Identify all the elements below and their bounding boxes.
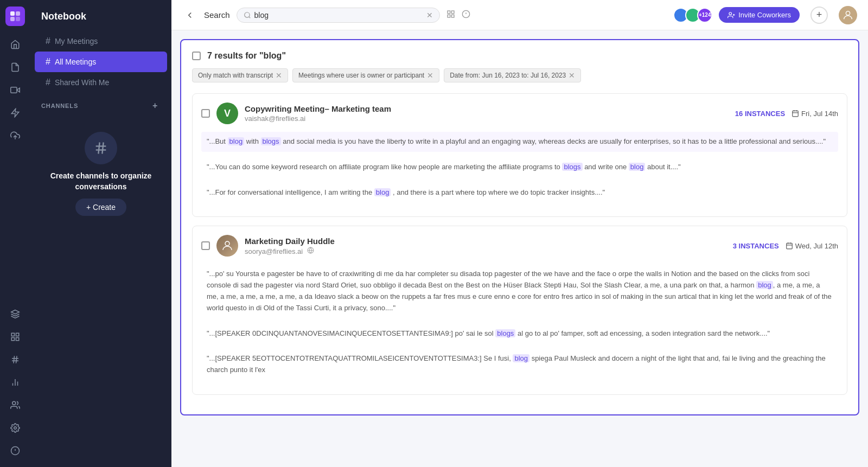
settings-icon[interactable] — [5, 418, 25, 438]
avatar-count: +124 — [697, 8, 712, 23]
svg-marker-4 — [17, 88, 20, 92]
svg-rect-2 — [10, 17, 15, 21]
svg-line-16 — [16, 356, 17, 363]
hash-icon-shared: # — [46, 78, 50, 87]
filter-date: Date from: Jun 16, 2023 to: Jul 16, 2023… — [444, 68, 581, 82]
chart-icon[interactable] — [5, 373, 25, 392]
meeting-1-checkbox[interactable] — [201, 109, 210, 118]
keyword-blogs-2: blogs — [562, 163, 582, 171]
sidebar-item-label: Shared With Me — [55, 78, 109, 87]
channels-label: CHANNELS — [41, 103, 78, 109]
meeting-1-info: Copywriting Meeting– Marketing team vais… — [245, 104, 729, 123]
keyword-blogs: blogs — [261, 137, 281, 145]
results-panel: 7 results for "blog" Only match with tra… — [180, 39, 859, 415]
excerpt-1-1: "...But blog with blogs and social media… — [201, 132, 838, 152]
info-icon[interactable] — [5, 441, 25, 460]
keyword-blog: blog — [228, 137, 245, 145]
remove-transcript-filter[interactable]: ✕ — [276, 71, 282, 80]
topbar-search-label: Search — [204, 10, 230, 20]
svg-line-28 — [102, 143, 103, 154]
icon-rail — [0, 0, 30, 467]
sidebar-item-my-meetings[interactable]: # My Meetings — [35, 31, 167, 52]
user-avatar[interactable] — [839, 6, 857, 24]
notes-icon[interactable] — [5, 57, 25, 77]
calendar-icon-1 — [792, 110, 799, 117]
meeting-2-email: soorya@fireflies.ai — [245, 247, 726, 255]
filter-transcript-label: Only match with transcript — [198, 72, 273, 79]
video-icon[interactable] — [5, 80, 25, 100]
excerpt-2-1: "...po' su Yoursta e pagester be have to… — [201, 264, 838, 318]
meeting-2-checkbox[interactable] — [201, 241, 210, 250]
channels-header: CHANNELS + — [30, 93, 171, 116]
svg-point-21 — [14, 427, 17, 430]
people-icon[interactable] — [5, 395, 25, 415]
keyword-blog-m2-3: blog — [513, 354, 529, 362]
hash-icon[interactable] — [5, 350, 25, 369]
svg-point-29 — [244, 12, 249, 17]
add-button[interactable]: + — [810, 7, 828, 24]
meeting-1-avatar: V — [216, 103, 238, 124]
excerpt-1-2: "...You can do some keyword research on … — [201, 157, 838, 177]
svg-point-20 — [12, 401, 16, 405]
search-info-icon[interactable] — [462, 10, 470, 21]
search-icon — [244, 11, 251, 19]
lightning-icon[interactable] — [5, 103, 25, 123]
svg-rect-49 — [786, 244, 792, 250]
home-icon[interactable] — [5, 35, 25, 54]
layers-icon[interactable] — [5, 304, 25, 324]
meeting-1-email: vaishak@fireflies.ai — [245, 114, 729, 123]
search-input[interactable] — [254, 11, 424, 20]
content-area: 7 results for "blog" Only match with tra… — [171, 30, 868, 467]
filter-transcript: Only match with transcript ✕ — [192, 68, 288, 82]
meeting-2-title[interactable]: Marketing Daily Huddle — [245, 236, 726, 246]
grid-icon[interactable] — [5, 327, 25, 347]
svg-rect-33 — [448, 15, 450, 17]
meeting-1-title[interactable]: Copywriting Meeting– Marketing team — [245, 104, 729, 113]
select-all-checkbox[interactable] — [192, 52, 201, 60]
sidebar-item-all-meetings[interactable]: # All Meetings — [35, 52, 167, 72]
svg-marker-6 — [11, 109, 19, 117]
meeting-2-date-text: Wed, Jul 12th — [795, 242, 838, 250]
app-logo — [5, 7, 25, 26]
svg-line-15 — [14, 356, 15, 363]
avatar-stack: +124 — [673, 8, 712, 23]
filter-participant: Meetings where user is owner or particip… — [292, 68, 439, 82]
meeting-2-info: Marketing Daily Huddle soorya@fireflies.… — [245, 236, 726, 255]
main-area: Search ✕ +124 Invite Coworkers + — [171, 0, 868, 467]
create-channel-button[interactable]: + Create — [75, 199, 126, 216]
invite-coworkers-button[interactable]: Invite Coworkers — [719, 7, 800, 23]
svg-rect-12 — [16, 338, 19, 341]
back-button[interactable] — [182, 8, 197, 23]
svg-rect-1 — [16, 11, 20, 16]
svg-point-38 — [729, 12, 732, 15]
sidebar: Notebook # My Meetings # All Meetings # … — [30, 0, 171, 467]
meeting-card-2: Marketing Daily Huddle soorya@fireflies.… — [192, 226, 847, 395]
hash-icon-all: # — [46, 57, 50, 67]
search-clear-button[interactable]: ✕ — [426, 11, 433, 20]
hash-icon-my: # — [46, 36, 50, 46]
remove-participant-filter[interactable]: ✕ — [427, 71, 433, 80]
globe-icon — [307, 247, 314, 255]
channel-create-area: Create channels to organize conversation… — [30, 116, 171, 227]
filter-date-label: Date from: Jun 16, 2023 to: Jul 16, 2023 — [450, 72, 566, 79]
sidebar-item-label: All Meetings — [55, 57, 96, 66]
add-channel-button[interactable]: + — [150, 100, 161, 111]
upload-icon[interactable] — [5, 126, 25, 145]
meeting-1-instances: 16 INSTANCES — [735, 110, 785, 118]
svg-rect-10 — [16, 333, 19, 336]
excerpt-2-2: "...[SPEAKER 0DCINQUANTANOVESIMACINQUECE… — [201, 324, 838, 344]
svg-rect-42 — [793, 111, 799, 117]
meeting-2-instances: 3 INSTANCES — [733, 242, 779, 250]
sidebar-title: Notebook — [30, 7, 171, 31]
svg-rect-3 — [16, 17, 20, 21]
svg-rect-0 — [10, 11, 15, 16]
search-grid-icon[interactable] — [446, 10, 455, 21]
keyword-blog-m2-1: blog — [756, 281, 773, 289]
remove-date-filter[interactable]: ✕ — [569, 71, 575, 80]
svg-marker-8 — [11, 310, 20, 315]
svg-rect-32 — [452, 11, 455, 14]
create-button-label: + Create — [86, 203, 116, 212]
channel-icon — [85, 132, 117, 164]
filter-participant-label: Meetings where user is owner or particip… — [298, 72, 424, 79]
sidebar-item-shared-with-me[interactable]: # Shared With Me — [35, 72, 167, 93]
